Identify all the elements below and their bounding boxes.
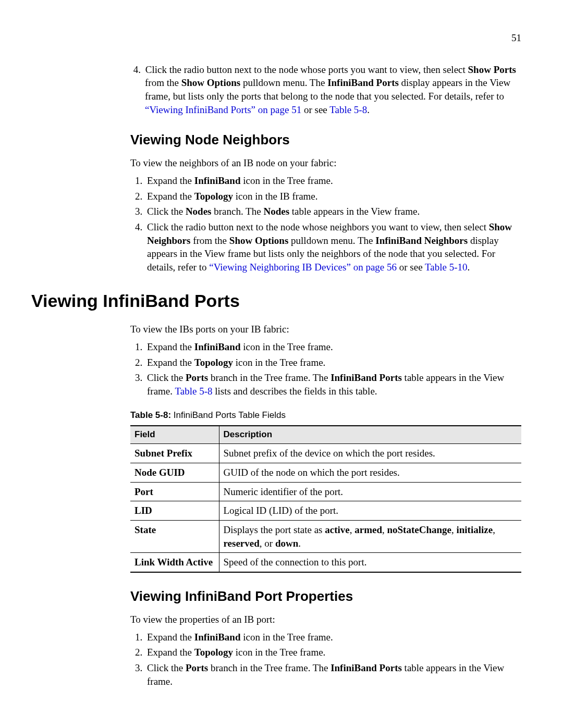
table-caption: Table 5-8: InfiniBand Ports Table Fields: [130, 410, 521, 422]
text: or see: [397, 262, 425, 273]
cell-field: LID: [130, 501, 219, 521]
label-infiniband: InfiniBand: [194, 175, 241, 186]
step-2: Expand the Topology icon in the Tree fra…: [145, 646, 521, 659]
link-viewing-ib-ports[interactable]: “Viewing InfiniBand Ports” on page 51: [145, 104, 301, 115]
label-topology: Topology: [194, 357, 233, 368]
text: branch in the Tree frame. The: [208, 372, 331, 383]
link-table-5-8[interactable]: Table 5-8: [329, 104, 367, 115]
text: .: [298, 538, 301, 549]
step-number: 4.: [132, 63, 143, 77]
intro-ports: To view the IBs ports on your IB fabric:: [130, 323, 521, 336]
text: Expand the: [147, 357, 194, 368]
text: icon in the IB frame.: [233, 191, 318, 202]
text: Click the: [147, 662, 186, 673]
label-infiniband: InfiniBand: [194, 341, 241, 352]
state-active: active: [325, 524, 349, 535]
text: icon in the Tree frame.: [241, 341, 333, 352]
table-infiniband-ports-fields: Field Description Subnet Prefix Subnet p…: [130, 425, 521, 572]
page: 51 4. Click the radio button next to the…: [0, 0, 563, 728]
step-4-show-ports: 4. Click the radio button next to the no…: [145, 63, 521, 117]
label-show-ports: Show Ports: [468, 64, 516, 75]
cell-desc: Subnet prefix of the device on which the…: [219, 444, 521, 463]
cell-field: Port: [130, 482, 219, 501]
label-ports: Ports: [186, 662, 208, 673]
text: Displays the port state as: [224, 524, 325, 535]
cell-desc: Logical ID (LID) of the port.: [219, 501, 521, 521]
text: icon in the Tree frame.: [241, 632, 333, 643]
text: Expand the: [147, 175, 194, 186]
label-show-options: Show Options: [181, 77, 241, 88]
text: Click the: [147, 206, 186, 217]
text: from the: [190, 235, 229, 246]
table-row: Link Width Active Speed of the connectio…: [130, 553, 521, 572]
text: icon in the Tree frame.: [233, 647, 325, 658]
intro-portprops: To view the properties of an IB port:: [130, 613, 521, 626]
label-topology: Topology: [194, 191, 233, 202]
text: pulldown menu. The: [240, 77, 327, 88]
state-nostatechange: noStateChange: [387, 524, 451, 535]
label-infiniband-ports: InfiniBand Ports: [331, 372, 402, 383]
step-2: Expand the Topology icon in the Tree fra…: [145, 356, 521, 369]
step-3: Click the Ports branch in the Tree frame…: [145, 371, 521, 398]
cell-field: Link Width Active: [130, 553, 219, 572]
label-infiniband-ports: InfiniBand Ports: [327, 77, 399, 88]
label-ports: Ports: [186, 372, 208, 383]
text: from the: [145, 77, 181, 88]
table-title: InfiniBand Ports Table Fields: [171, 410, 286, 420]
text: Expand the: [147, 341, 194, 352]
step-1: Expand the InfiniBand icon in the Tree f…: [145, 174, 521, 188]
label-infiniband: InfiniBand: [194, 632, 241, 643]
steps-ports: Expand the InfiniBand icon in the Tree f…: [130, 340, 521, 398]
link-viewing-neighboring-ib[interactable]: “Viewing Neighboring IB Devices” on page…: [209, 262, 397, 273]
state-armed: armed: [354, 524, 382, 535]
cell-desc: Displays the port state as active, armed…: [219, 520, 521, 552]
text: or see: [301, 104, 329, 115]
link-table-5-8[interactable]: Table 5-8: [175, 386, 212, 397]
text: icon in the Tree frame.: [233, 357, 325, 368]
link-table-5-10[interactable]: Table 5-10: [425, 262, 468, 273]
col-field: Field: [130, 426, 219, 443]
text: pulldown menu. The: [288, 235, 375, 246]
step-1: Expand the InfiniBand icon in the Tree f…: [145, 340, 521, 354]
cell-field: Node GUID: [130, 463, 219, 483]
step-1: Expand the InfiniBand icon in the Tree f…: [145, 631, 521, 644]
text: branch. The: [212, 206, 264, 217]
steps-portprops: Expand the InfiniBand icon in the Tree f…: [130, 631, 521, 688]
text: Expand the: [147, 191, 194, 202]
cell-desc: Numeric identifier of the port.: [219, 482, 521, 501]
state-down: down: [275, 538, 298, 549]
ports-section: To view the IBs ports on your IB fabric:…: [130, 323, 521, 688]
text: Click the radio button next to the node …: [147, 221, 489, 232]
step-3: Click the Nodes branch. The Nodes table …: [145, 205, 521, 218]
text: Expand the: [147, 632, 194, 643]
table-header-row: Field Description: [130, 426, 521, 443]
table-label: Table 5-8:: [130, 410, 171, 420]
cell-field: Subnet Prefix: [130, 444, 219, 463]
label-nodes: Nodes: [263, 206, 289, 217]
text: Click the: [147, 372, 186, 383]
label-show-options: Show Options: [229, 235, 289, 246]
heading-viewing-node-neighbors: Viewing Node Neighbors: [130, 131, 521, 149]
text: .: [367, 104, 370, 115]
text: lists and describes the fields in this t…: [212, 386, 377, 397]
text: , or: [260, 538, 275, 549]
table-row: Subnet Prefix Subnet prefix of the devic…: [130, 444, 521, 463]
text: ,: [350, 524, 355, 535]
step-2: Expand the Topology icon in the IB frame…: [145, 190, 521, 203]
state-initialize: initialize: [456, 524, 493, 535]
page-number: 51: [31, 31, 521, 45]
table-row: Node GUID GUID of the node on which the …: [130, 463, 521, 483]
state-reserved: reserved: [224, 538, 260, 549]
col-description: Description: [219, 426, 521, 443]
text: icon in the Tree frame.: [241, 175, 333, 186]
cell-field: State: [130, 520, 219, 552]
label-nodes: Nodes: [186, 206, 212, 217]
step-4: Click the radio button next to the node …: [145, 220, 521, 274]
text: table appears in the View frame.: [289, 206, 420, 217]
cell-desc: GUID of the node on which the port resid…: [219, 463, 521, 483]
heading-viewing-infiniband-ports: Viewing InfiniBand Ports: [31, 289, 521, 313]
table-row: LID Logical ID (LID) of the port.: [130, 501, 521, 521]
continued-step-block: 4. Click the radio button next to the no…: [130, 63, 521, 274]
label-infiniband-neighbors: InfiniBand Neighbors: [375, 235, 468, 246]
intro-neighbors: To view the neighbors of an IB node on y…: [130, 156, 521, 170]
